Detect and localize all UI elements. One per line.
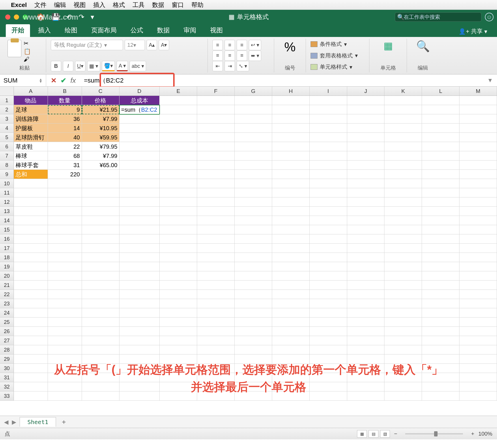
cell-M2[interactable] — [459, 105, 497, 114]
cell-A32[interactable] — [14, 382, 48, 391]
row-header[interactable]: 27 — [0, 336, 14, 345]
cell-M5[interactable] — [459, 133, 497, 142]
menu-data[interactable]: 数据 — [152, 1, 164, 9]
cell-J30[interactable] — [347, 364, 385, 373]
cell-K31[interactable] — [384, 373, 422, 382]
cell-C15[interactable] — [82, 225, 119, 234]
cell-J33[interactable] — [347, 391, 385, 401]
cell-J15[interactable] — [347, 225, 385, 234]
cell-D28[interactable] — [119, 345, 160, 354]
fx-icon[interactable]: fx — [70, 76, 76, 85]
cell-K4[interactable] — [384, 124, 422, 133]
row-header[interactable]: 33 — [0, 391, 14, 401]
cell-L6[interactable] — [422, 142, 459, 151]
cell-B24[interactable] — [48, 308, 82, 318]
zoom-slider[interactable] — [405, 433, 463, 434]
menu-view[interactable]: 视图 — [74, 1, 86, 9]
menu-file[interactable]: 文件 — [34, 1, 46, 9]
cell-J32[interactable] — [347, 382, 385, 391]
cell-M32[interactable] — [459, 382, 497, 391]
cell-M21[interactable] — [459, 281, 497, 290]
cell-E10[interactable] — [160, 179, 197, 188]
cell-E1[interactable] — [160, 96, 197, 105]
cell-F7[interactable] — [197, 151, 235, 160]
cell-L25[interactable] — [422, 318, 459, 327]
cell-G29[interactable] — [235, 354, 272, 364]
cell-D3[interactable] — [119, 114, 160, 124]
decrease-indent-icon[interactable]: ⇤ — [212, 61, 223, 71]
cell-A4[interactable]: 护腿板 — [14, 124, 48, 133]
row-header[interactable]: 8 — [0, 160, 14, 170]
cell-A21[interactable] — [14, 281, 48, 290]
cell-F30[interactable] — [197, 364, 235, 373]
cell-A29[interactable] — [14, 354, 48, 364]
cell-K2[interactable] — [384, 105, 422, 114]
cell-M18[interactable] — [459, 253, 497, 262]
cell-D5[interactable] — [119, 133, 160, 142]
cell-B23[interactable] — [48, 299, 82, 308]
increase-font-icon[interactable]: A▴ — [147, 40, 157, 50]
row-header[interactable]: 24 — [0, 308, 14, 318]
cell-E3[interactable] — [160, 114, 197, 124]
cell-C2[interactable]: ¥21.95 — [82, 105, 119, 114]
format-painter-icon[interactable]: 🖌 — [24, 56, 31, 63]
cell-I20[interactable] — [310, 271, 347, 281]
cell-B5[interactable]: 40 — [48, 133, 82, 142]
cell-H13[interactable] — [272, 207, 310, 216]
row-header[interactable]: 26 — [0, 327, 14, 336]
cell-C8[interactable]: ¥65.00 — [82, 160, 119, 170]
cell-M8[interactable] — [459, 160, 497, 170]
font-size-select[interactable]: 12 ▾ — [125, 40, 145, 50]
cell-A13[interactable] — [14, 207, 48, 216]
cell-G13[interactable] — [235, 207, 272, 216]
align-top-icon[interactable]: ≡ — [212, 40, 223, 50]
cell-D8[interactable] — [119, 160, 160, 170]
cell-K24[interactable] — [384, 308, 422, 318]
merge-cells-icon[interactable]: ⬌ ▾ — [249, 51, 261, 61]
row-header[interactable]: 30 — [0, 364, 14, 373]
cell-K17[interactable] — [384, 244, 422, 253]
cell-F3[interactable] — [197, 114, 235, 124]
cell-G2[interactable] — [235, 105, 272, 114]
cell-A28[interactable] — [14, 345, 48, 354]
cell-M31[interactable] — [459, 373, 497, 382]
formula-input[interactable] — [81, 74, 483, 86]
cell-M22[interactable] — [459, 290, 497, 299]
italic-button[interactable]: I — [63, 61, 73, 71]
tab-home[interactable]: 开始 — [6, 24, 30, 37]
cell-F9[interactable] — [197, 170, 235, 179]
menu-edit[interactable]: 编辑 — [54, 1, 66, 9]
cell-I21[interactable] — [310, 281, 347, 290]
cell-E15[interactable] — [160, 225, 197, 234]
cell-B14[interactable] — [48, 216, 82, 225]
cell-G4[interactable] — [235, 124, 272, 133]
underline-button[interactable]: U ▾ — [75, 61, 85, 71]
fill-color-button[interactable]: 🪣▾ — [102, 61, 115, 71]
cell-F10[interactable] — [197, 179, 235, 188]
cell-C22[interactable] — [82, 290, 119, 299]
cell-C32[interactable] — [82, 382, 119, 391]
cell-E5[interactable] — [160, 133, 197, 142]
cell-H21[interactable] — [272, 281, 310, 290]
menu-help[interactable]: 帮助 — [191, 1, 203, 9]
cell-K7[interactable] — [384, 151, 422, 160]
cell-K33[interactable] — [384, 391, 422, 401]
cell-J24[interactable] — [347, 308, 385, 318]
cell-I8[interactable] — [310, 160, 347, 170]
cell-I11[interactable] — [310, 188, 347, 197]
cell-L19[interactable] — [422, 262, 459, 271]
sheet-tab[interactable]: Sheet1 — [20, 417, 56, 427]
cell-B17[interactable] — [48, 244, 82, 253]
cell-M24[interactable] — [459, 308, 497, 318]
cell-I29[interactable] — [310, 354, 347, 364]
cell-D22[interactable] — [119, 290, 160, 299]
cell-M6[interactable] — [459, 142, 497, 151]
cell-A23[interactable] — [14, 299, 48, 308]
cell-J21[interactable] — [347, 281, 385, 290]
cell-F13[interactable] — [197, 207, 235, 216]
cell-C17[interactable] — [82, 244, 119, 253]
cell-I26[interactable] — [310, 327, 347, 336]
cell-B20[interactable] — [48, 271, 82, 281]
cell-L23[interactable] — [422, 299, 459, 308]
cell-L16[interactable] — [422, 234, 459, 244]
